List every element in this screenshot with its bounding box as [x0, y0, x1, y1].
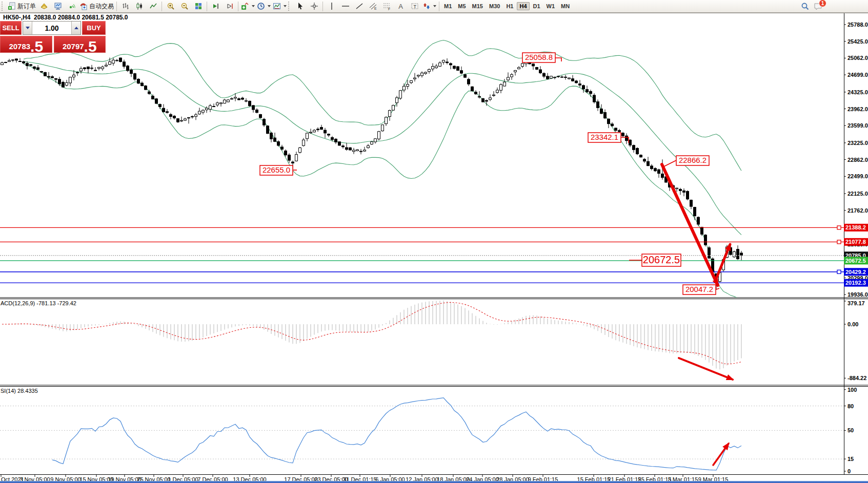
svg-text:22866.2: 22866.2	[679, 156, 706, 164]
timeframe-button-d1[interactable]: D1	[531, 2, 543, 10]
timeframe-button-h4[interactable]: H4	[517, 2, 529, 10]
cursor-button[interactable]	[293, 1, 307, 12]
autotrading-button[interactable]: 自动交易	[78, 1, 115, 12]
buy-price-main: 20797	[63, 43, 84, 50]
vertical-line-icon	[328, 2, 336, 10]
timeframe-group: M1M5M15M30H1H4D1W1MN	[441, 2, 573, 10]
macd-plot	[2, 301, 741, 370]
toolbar-separator	[116, 2, 117, 11]
svg-text:50: 50	[847, 427, 854, 433]
sell-button[interactable]: SELL	[0, 21, 22, 35]
svg-text:20672.5: 20672.5	[845, 258, 866, 264]
text-button[interactable]: A	[394, 1, 408, 12]
rsi-levels	[0, 406, 844, 459]
periods-clock-icon	[257, 2, 265, 10]
notifications-button[interactable]: 1	[814, 2, 823, 11]
zoom-out-button[interactable]	[177, 1, 191, 12]
templates-button[interactable]	[272, 1, 288, 12]
candlestick-chart-button[interactable]	[132, 1, 146, 12]
search-icon[interactable]	[801, 2, 810, 11]
chart-title: HK50-,H4 20838.0 20884.0 20681.5 20785.0	[3, 14, 128, 21]
metaeditor-button[interactable]	[37, 1, 51, 12]
timeframe-button-m1[interactable]: M1	[441, 2, 454, 10]
templates-dropdown-caret[interactable]	[284, 5, 287, 7]
svg-text:23599.0: 23599.0	[847, 122, 868, 129]
toolbar-drag-handle[interactable]	[2, 2, 5, 11]
svg-text:23342.1: 23342.1	[591, 133, 618, 141]
signals-icon	[68, 2, 76, 10]
svg-text:23225.0: 23225.0	[847, 140, 868, 146]
timeframe-button-m30[interactable]: M30	[487, 2, 502, 10]
buy-price-button[interactable]: 20797.5	[54, 36, 106, 53]
svg-text:22125.0: 22125.0	[847, 191, 868, 197]
trendline-button[interactable]	[352, 1, 366, 12]
autotrading-icon	[79, 2, 88, 10]
fibonacci-icon: F	[383, 2, 391, 10]
svg-text:21762.0: 21762.0	[847, 207, 868, 214]
equidistant-channel-button[interactable]: E	[366, 1, 380, 12]
toolbar-drag-handle[interactable]	[288, 2, 292, 11]
navigator-button[interactable]	[51, 1, 65, 12]
bar-chart-icon	[122, 2, 130, 10]
svg-text:25788.0: 25788.0	[847, 22, 868, 28]
text-label-button[interactable]: T	[408, 1, 421, 12]
svg-text:20672.5: 20672.5	[643, 254, 680, 265]
svg-text:80: 80	[847, 403, 854, 409]
svg-text:24325.0: 24325.0	[847, 89, 868, 95]
timeframe-button-m5[interactable]: M5	[455, 2, 468, 10]
chart-shift-button[interactable]	[223, 1, 236, 12]
horizontal-line-button[interactable]	[338, 1, 352, 12]
new-order-button[interactable]: 新订单	[7, 1, 37, 12]
price-annotations[interactable]: 25058.823342.122866.222655.020672.520047…	[260, 53, 719, 295]
auto-scroll-button[interactable]	[209, 1, 223, 12]
volume-decrease-button[interactable]	[23, 22, 32, 34]
periods-button[interactable]	[256, 1, 272, 12]
navigator-icon	[54, 2, 62, 10]
crosshair-button[interactable]	[307, 1, 321, 12]
timeframe-button-h1[interactable]: H1	[503, 2, 516, 10]
buy-button[interactable]: BUY	[82, 21, 106, 35]
timeframe-button-m15[interactable]: M15	[470, 2, 486, 10]
timeframe-button-mn[interactable]: MN	[558, 2, 572, 10]
svg-text:23962.0: 23962.0	[847, 106, 868, 112]
volume-input[interactable]	[32, 22, 71, 34]
drawn-arrows[interactable]	[662, 164, 733, 465]
zoom-in-button[interactable]	[164, 1, 177, 12]
pane-borders	[0, 13, 868, 475]
text-label-icon: T	[411, 2, 419, 10]
sell-price-button[interactable]: 20783.5	[0, 36, 52, 53]
rsi-axis[interactable]: 1008050150	[844, 387, 857, 474]
vertical-line-button[interactable]	[325, 1, 338, 12]
rsi-indicator-header: SI(14) 28.4335	[1, 388, 38, 394]
fibonacci-button[interactable]: F	[380, 1, 394, 12]
line-chart-button[interactable]	[146, 1, 160, 12]
periods-dropdown-caret[interactable]	[268, 5, 271, 7]
arrows-dropdown-caret[interactable]	[433, 5, 436, 7]
svg-text:E: E	[374, 7, 377, 10]
sell-price-pips: .5	[30, 40, 43, 53]
timeframe-button-w1[interactable]: W1	[544, 2, 558, 10]
svg-text:0: 0	[847, 468, 851, 474]
chart-canvas[interactable]: 25788.025425.025062.024699.024325.023962…	[0, 0, 868, 483]
toolbar-right: 1	[801, 2, 823, 11]
arrows-button[interactable]	[421, 1, 437, 12]
arrows-icon	[422, 2, 431, 10]
equidistant-channel-icon: E	[369, 2, 377, 10]
toolbar-separator	[439, 2, 439, 11]
cursor-icon	[296, 2, 305, 10]
notification-badge: 1	[819, 0, 826, 7]
zoom-out-icon	[180, 2, 189, 10]
svg-text:379.17: 379.17	[847, 300, 865, 306]
rsi-plot	[52, 398, 741, 470]
volume-increase-button[interactable]	[71, 22, 80, 34]
signals-button[interactable]	[65, 1, 78, 12]
tile-windows-button[interactable]	[191, 1, 205, 12]
svg-text:21077.8: 21077.8	[845, 239, 866, 245]
indicators-button[interactable]	[240, 1, 256, 12]
indicators-dropdown-caret[interactable]	[252, 5, 255, 7]
svg-text:F: F	[388, 7, 390, 11]
bar-chart-button[interactable]	[118, 1, 132, 12]
line-chart-icon	[149, 2, 157, 10]
svg-text:T: T	[413, 4, 416, 9]
macd-axis[interactable]: 379.170.00-884.22	[844, 300, 866, 381]
